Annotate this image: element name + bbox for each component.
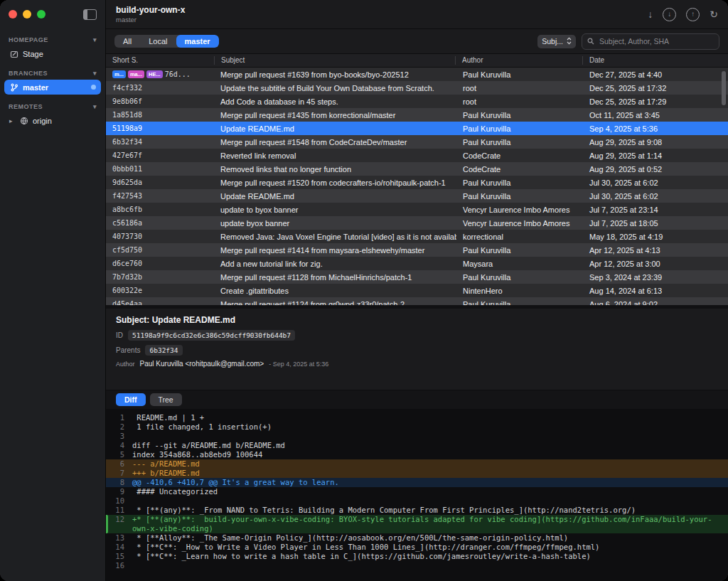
- commit-date: Jul 7, 2025 at 23:14: [583, 206, 728, 214]
- commit-date: Oct 11, 2025 at 3:45: [583, 111, 728, 119]
- sidebar-item-stage[interactable]: Stage: [4, 46, 101, 61]
- sort-select[interactable]: Subj...: [537, 35, 576, 48]
- sidebar-section-remotes: REMOTES ▾ ▸ origin: [0, 101, 105, 129]
- diff-line: 1 README.md | 1 +: [106, 413, 728, 422]
- commit-full-sha[interactable]: 51198a9f9c6cd32e6c386c59dcff9030fb644b7: [128, 330, 295, 341]
- column-header-author[interactable]: Author: [456, 56, 583, 65]
- diff-lines: 1 README.md | 1 +2 1 file changed, 1 ins…: [106, 413, 728, 570]
- commit-sha: 9e8b06f: [112, 97, 142, 105]
- diff-line-number: 9: [106, 487, 124, 496]
- table-row[interactable]: f427543Update README.mdPaul KuruvillaJul…: [106, 189, 728, 203]
- search-input[interactable]: [598, 36, 714, 46]
- commit-sha-cell: 0bbb011: [106, 165, 214, 173]
- commit-history-table: Short S. Subject Author Date m...ma...HE…: [106, 54, 728, 304]
- commit-author: Paul Kuruvilla: [456, 246, 583, 255]
- commit-sha-cell: cf5d750: [106, 246, 214, 254]
- titlebar: build-your-own-x master ↓ ↓ ↑ ↻: [106, 0, 728, 29]
- diff-view[interactable]: 1 README.md | 1 +2 1 file changed, 1 ins…: [106, 409, 728, 581]
- commit-author: Vencyr Laurence Imbo Amores: [456, 206, 583, 214]
- table-row[interactable]: 600322eCreate .gitattributesNintenHeroAu…: [106, 284, 728, 297]
- table-row[interactable]: f4cf332Update the subtitle of Build Your…: [106, 81, 728, 95]
- commit-sha: 51198a9: [112, 124, 142, 132]
- diff-line-number: 12: [106, 515, 124, 533]
- table-row[interactable]: d6ce760Add a new tutorial link for zig.M…: [106, 257, 728, 270]
- column-header-subject[interactable]: Subject: [215, 56, 456, 65]
- column-header-sha[interactable]: Short S.: [106, 56, 215, 65]
- table-row[interactable]: 6b32f34Merge pull request #1548 from Cod…: [106, 135, 728, 149]
- diff-line-number: 1: [106, 413, 124, 422]
- diff-line-number: 4: [106, 441, 124, 450]
- commit-sha: f427543: [112, 192, 142, 200]
- commit-rows: m...ma...HE...76d...Merge pull request #…: [106, 68, 728, 305]
- push-icon[interactable]: ↑: [686, 8, 700, 21]
- sidebar-section-header-homepage[interactable]: HOMEPAGE ▾: [0, 34, 105, 46]
- table-row[interactable]: 9e8b06fAdd Code a database in 45 steps.r…: [106, 95, 728, 108]
- table-row[interactable]: 1a851d8Merge pull request #1435 from kor…: [106, 108, 728, 122]
- search-icon: [587, 35, 594, 48]
- column-header-date[interactable]: Date: [583, 56, 728, 65]
- scrollbar-thumb[interactable]: [722, 71, 726, 105]
- commit-sha: 427e67f: [112, 151, 142, 159]
- commit-subject: Merge pull request #1435 from korrection…: [214, 111, 456, 119]
- tab-diff[interactable]: Diff: [116, 393, 146, 406]
- table-row[interactable]: 427e67fReverted link removalCodeCrateAug…: [106, 149, 728, 162]
- diff-line-text: diff --git a/README.md b/README.md: [132, 441, 728, 450]
- tab-tree[interactable]: Tree: [150, 393, 182, 406]
- commit-subject: update byox banner: [214, 219, 456, 228]
- commit-subject: Add a new tutorial link for zig.: [214, 260, 456, 268]
- refresh-icon[interactable]: ↻: [710, 9, 718, 19]
- commit-sha-cell: 6b32f34: [106, 138, 214, 146]
- globe-icon: [19, 116, 28, 125]
- commit-sha: a8bc6fb: [112, 206, 142, 213]
- sidebar-section-header-branches[interactable]: BRANCHES ▾: [0, 68, 105, 79]
- filter-all-button[interactable]: All: [114, 35, 140, 48]
- repo-title-block: build-your-own-x master: [116, 5, 185, 23]
- commit-sha-cell: 427e67f: [106, 151, 214, 159]
- sidebar-item-origin-remote[interactable]: ▸ origin: [4, 113, 101, 128]
- close-window-button[interactable]: [9, 10, 17, 18]
- sidebar-toggle-icon[interactable]: [83, 9, 97, 20]
- commit-subject: Create .gitattributes: [214, 287, 456, 295]
- table-row[interactable]: m...ma...HE...76d...Merge pull request #…: [106, 68, 728, 81]
- pull-icon[interactable]: ↓: [663, 8, 676, 21]
- chevron-down-icon: ▾: [93, 104, 97, 110]
- table-row[interactable]: a8bc6fbupdate to byox bannerVencyr Laure…: [106, 203, 728, 216]
- table-row[interactable]: 4073730Removed Java: Java Voxel Engine T…: [106, 230, 728, 243]
- table-row[interactable]: 51198a9Update README.mdPaul KuruvillaSep…: [106, 122, 728, 135]
- diff-line: 10: [106, 496, 728, 506]
- chevron-updown-icon: [567, 37, 572, 46]
- table-row[interactable]: cf5d750Merge pull request #1414 from may…: [106, 243, 728, 257]
- diff-line-text: +++ b/README.md: [132, 469, 728, 478]
- minimize-window-button[interactable]: [23, 10, 31, 18]
- diff-line-text: [132, 496, 728, 506]
- commit-sha-cell: d6ce760: [106, 260, 214, 267]
- titlebar-actions: ↓ ↓ ↑ ↻: [648, 8, 718, 21]
- commit-author: Paul Kuruvilla: [456, 111, 583, 119]
- fetch-icon[interactable]: ↓: [648, 9, 653, 19]
- table-row[interactable]: d45e4aaMerge pull request #1124 from gr0…: [106, 297, 728, 305]
- commit-date: Aug 14, 2024 at 6:13: [583, 287, 728, 295]
- zoom-window-button[interactable]: [37, 10, 46, 18]
- table-row[interactable]: c56186aupdate byox bannerVencyr Laurence…: [106, 216, 728, 230]
- diff-line-text: 1 file changed, 1 insertion(+): [132, 422, 728, 432]
- diff-line-number: 14: [106, 543, 124, 552]
- filter-local-button[interactable]: Local: [140, 35, 176, 48]
- filter-master-button[interactable]: master: [176, 35, 219, 48]
- chevron-right-icon[interactable]: ▸: [9, 117, 15, 124]
- commit-subject: Merge pull request #1414 from maysara-el…: [214, 246, 456, 255]
- search-box: [582, 33, 719, 50]
- table-row[interactable]: 0bbb011Removed links that no longer func…: [106, 162, 728, 176]
- current-branch-name: master: [116, 16, 185, 23]
- sidebar-section-header-remotes[interactable]: REMOTES ▾: [0, 101, 105, 112]
- parent-sha-badge[interactable]: 6b32f34: [145, 345, 182, 356]
- diff-line-number: 16: [106, 561, 124, 570]
- sidebar-item-master-branch[interactable]: master: [4, 80, 101, 95]
- table-row[interactable]: 9d625daMerge pull request #1520 from cod…: [106, 176, 728, 189]
- diff-line: 9 #### Uncategorized: [106, 487, 728, 496]
- commit-sha: 600322e: [112, 287, 142, 294]
- commit-sha-cell: m...ma...HE...76d...: [106, 70, 214, 78]
- filter-bar: All Local master Subj...: [106, 29, 728, 54]
- commit-date: Sep 3, 2024 at 23:39: [583, 273, 728, 282]
- current-branch-indicator: [91, 85, 96, 90]
- table-row[interactable]: 7b7d32bMerge pull request #1128 from Mic…: [106, 270, 728, 284]
